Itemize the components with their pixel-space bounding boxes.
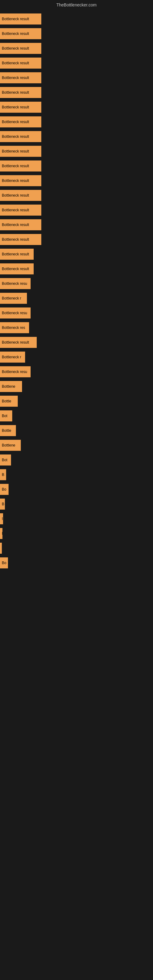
bottleneck-bar-33[interactable]: Bo: [0, 484, 9, 495]
bottleneck-bar-17[interactable]: Bottleneck result: [0, 249, 33, 260]
bar-label-31: Bot: [2, 458, 7, 462]
bar-row: Bottleneck result: [0, 218, 153, 232]
bar-label-27: Bottle: [2, 399, 11, 403]
bottleneck-bar-29[interactable]: Bottle: [0, 425, 16, 436]
bottleneck-bar-5[interactable]: Bottleneck result: [0, 72, 41, 83]
bar-label-28: Bot: [2, 414, 7, 418]
bar-row: Bo: [0, 482, 153, 497]
bottleneck-bar-30[interactable]: Bottlene: [0, 440, 21, 451]
bar-label-10: Bottleneck result: [2, 149, 29, 153]
bar-label-8: Bottleneck result: [2, 120, 29, 124]
bar-row: Bottleneck result: [0, 232, 153, 247]
bar-label-3: Bottleneck result: [2, 46, 29, 51]
bottleneck-bar-34[interactable]: B: [0, 499, 5, 510]
bar-row: Bottleneck r: [0, 291, 153, 305]
bar-row: Bottlene: [0, 438, 153, 453]
bar-label-36: I: [2, 531, 2, 536]
bar-row: Bottleneck result: [0, 129, 153, 144]
bar-label-7: Bottleneck result: [2, 105, 29, 109]
bar-row: Bottle: [0, 423, 153, 438]
bottleneck-bar-4[interactable]: Bottleneck result: [0, 57, 41, 68]
bar-label-26: Bottlene: [2, 384, 15, 389]
bar-label-25: Bottleneck resu: [2, 370, 27, 374]
bottleneck-bar-8[interactable]: Bottleneck result: [0, 116, 41, 127]
bottleneck-bar-18[interactable]: Bottleneck result: [0, 263, 33, 274]
bar-row: Bottleneck result: [0, 247, 153, 261]
bottleneck-bar-32[interactable]: B: [0, 469, 6, 480]
bar-label-35: I: [2, 517, 3, 521]
bottleneck-bar-19[interactable]: Bottleneck resu: [0, 278, 30, 289]
bottleneck-bar-26[interactable]: Bottlene: [0, 381, 22, 392]
bar-label-1: Bottleneck result: [2, 17, 29, 21]
bar-row: Bottleneck result: [0, 56, 153, 70]
bar-row: Bottle: [0, 394, 153, 409]
bottleneck-bar-31[interactable]: Bot: [0, 455, 11, 466]
bar-label-4: Bottleneck result: [2, 61, 29, 65]
bar-label-19: Bottleneck resu: [2, 282, 27, 286]
bar-label-2: Bottleneck result: [2, 32, 29, 36]
bottleneck-bar-37[interactable]: |: [0, 542, 2, 554]
bar-row: I: [0, 511, 153, 526]
bar-row: Bottleneck result: [0, 12, 153, 26]
bar-row: Bottleneck result: [0, 144, 153, 159]
bottleneck-bar-23[interactable]: Bottleneck result: [0, 337, 37, 348]
bar-label-18: Bottleneck result: [2, 267, 29, 271]
bar-label-14: Bottleneck result: [2, 208, 29, 212]
bar-row: Bottleneck result: [0, 70, 153, 85]
bar-row: Bottleneck result: [0, 159, 153, 173]
bar-label-21: Bottleneck resu: [2, 311, 27, 315]
bar-label-11: Bottleneck result: [2, 164, 29, 168]
bar-row: Bo: [0, 555, 153, 570]
bottleneck-bar-2[interactable]: Bottleneck result: [0, 28, 41, 39]
bar-label-5: Bottleneck result: [2, 76, 29, 80]
bottleneck-bar-38[interactable]: Bo: [0, 557, 8, 568]
bar-label-33: Bo: [2, 487, 6, 492]
bottleneck-bar-1[interactable]: Bottleneck result: [0, 13, 41, 24]
bar-row: Bottleneck resu: [0, 305, 153, 320]
bottleneck-bar-14[interactable]: Bottleneck result: [0, 205, 41, 216]
bar-label-29: Bottle: [2, 428, 11, 433]
bottleneck-bar-21[interactable]: Bottleneck resu: [0, 307, 30, 318]
bottleneck-bar-13[interactable]: Bottleneck result: [0, 190, 41, 201]
bar-row: B: [0, 497, 153, 511]
bottleneck-bar-11[interactable]: Bottleneck result: [0, 161, 41, 172]
bar-label-20: Bottleneck r: [2, 296, 21, 301]
bar-label-22: Bottleneck res: [2, 326, 25, 330]
bar-label-16: Bottleneck result: [2, 237, 29, 242]
bottleneck-bar-22[interactable]: Bottleneck res: [0, 322, 29, 333]
bottleneck-bar-35[interactable]: I: [0, 513, 3, 524]
bar-row: Bottleneck result: [0, 173, 153, 188]
bottleneck-bar-15[interactable]: Bottleneck result: [0, 219, 41, 230]
bottleneck-bar-28[interactable]: Bot: [0, 410, 12, 422]
bottleneck-bar-7[interactable]: Bottleneck result: [0, 102, 41, 113]
bottleneck-bar-10[interactable]: Bottleneck result: [0, 146, 41, 157]
bar-label-15: Bottleneck result: [2, 223, 29, 227]
bar-row: Bottleneck result: [0, 335, 153, 350]
bar-label-23: Bottleneck result: [2, 340, 29, 345]
bottleneck-bar-27[interactable]: Bottle: [0, 396, 18, 407]
bar-label-24: Bottleneck r: [2, 355, 21, 359]
bottleneck-bar-9[interactable]: Bottleneck result: [0, 131, 41, 142]
bottleneck-bar-24[interactable]: Bottleneck r: [0, 352, 25, 363]
bar-row: B: [0, 467, 153, 482]
bottleneck-bar-3[interactable]: Bottleneck result: [0, 43, 41, 54]
bars-container: Bottleneck resultBottleneck resultBottle…: [0, 9, 153, 573]
bar-row: Bottleneck result: [0, 203, 153, 218]
bar-label-13: Bottleneck result: [2, 193, 29, 197]
bar-row: Bot: [0, 453, 153, 467]
bottleneck-bar-12[interactable]: Bottleneck result: [0, 175, 41, 186]
bar-label-9: Bottleneck result: [2, 134, 29, 139]
bar-row: Bottleneck result: [0, 188, 153, 203]
bottleneck-bar-16[interactable]: Bottleneck result: [0, 234, 41, 245]
bottleneck-bar-6[interactable]: Bottleneck result: [0, 87, 41, 98]
bar-row: Bottleneck resu: [0, 364, 153, 379]
bottleneck-bar-25[interactable]: Bottleneck resu: [0, 366, 30, 377]
bottleneck-bar-20[interactable]: Bottleneck r: [0, 293, 27, 304]
bar-row: Bottleneck result: [0, 115, 153, 129]
bar-row: Bottleneck result: [0, 26, 153, 41]
bar-row: Bottleneck result: [0, 100, 153, 115]
bar-row: Bottleneck result: [0, 85, 153, 100]
site-title: TheBottlenecker.com: [0, 0, 153, 9]
bottleneck-bar-36[interactable]: I: [0, 528, 2, 539]
bar-label-34: B: [2, 502, 4, 506]
